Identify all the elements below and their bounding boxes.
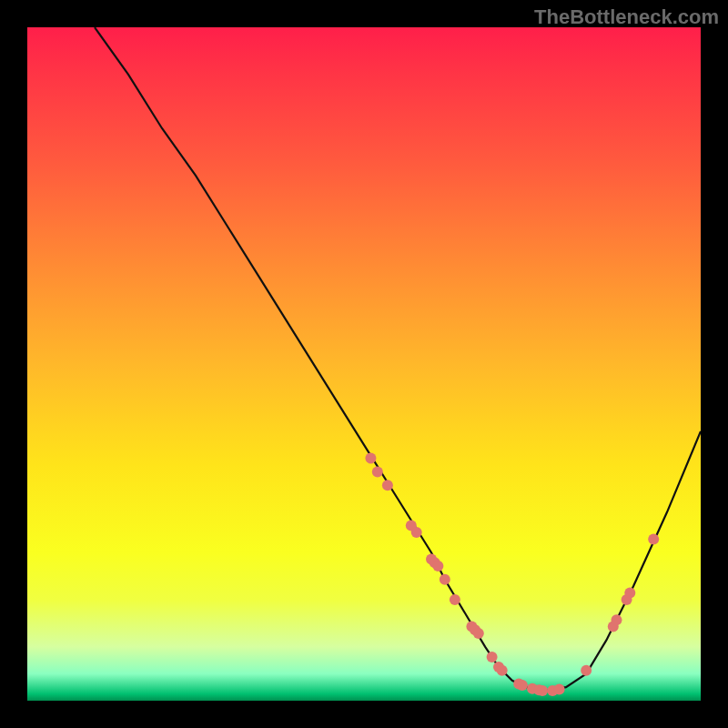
data-points-group bbox=[365, 453, 659, 696]
watermark-text: TheBottleneck.com bbox=[534, 5, 719, 29]
plot-area bbox=[27, 27, 701, 701]
data-point bbox=[372, 466, 383, 477]
data-point bbox=[497, 665, 508, 676]
data-point bbox=[411, 527, 422, 538]
data-point bbox=[581, 665, 592, 676]
data-point bbox=[612, 614, 622, 625]
data-point bbox=[473, 628, 484, 639]
data-point bbox=[648, 533, 659, 544]
data-point bbox=[450, 594, 460, 605]
data-point bbox=[624, 588, 635, 599]
data-point bbox=[554, 683, 565, 694]
data-point bbox=[365, 453, 376, 464]
data-point bbox=[382, 480, 393, 490]
chart-svg bbox=[27, 27, 701, 701]
data-point bbox=[487, 652, 498, 662]
data-point bbox=[440, 574, 450, 585]
data-point bbox=[432, 561, 443, 571]
data-point bbox=[517, 680, 528, 691]
bottleneck-curve-path bbox=[95, 27, 701, 691]
data-point bbox=[537, 685, 548, 696]
